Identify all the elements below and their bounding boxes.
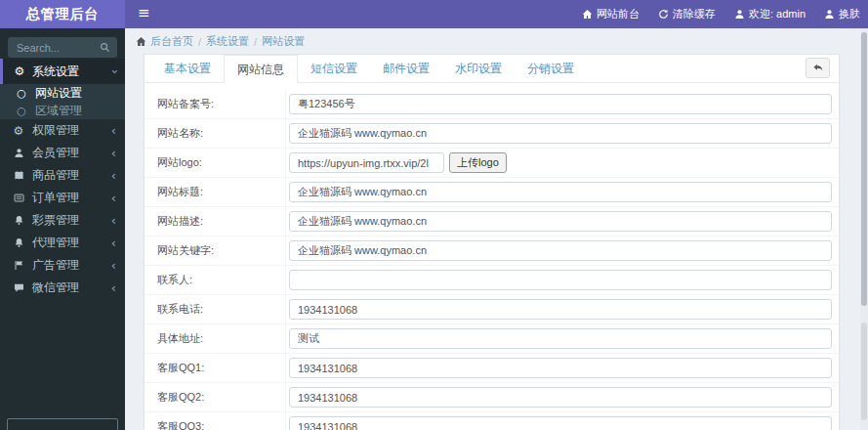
field-label: 客服QQ1: xyxy=(145,354,286,382)
chevron-left-icon: ‹ xyxy=(111,147,116,159)
site-title-input[interactable] xyxy=(289,182,832,202)
user-icon xyxy=(824,9,835,20)
sidebar-item-orders[interactable]: 订单管理 ‹ xyxy=(0,187,125,209)
sidebar-item-agents[interactable]: 代理管理 ‹ xyxy=(0,232,125,254)
settings-tabs: 基本设置 网站信息 短信设置 邮件设置 水印设置 分销设置 xyxy=(145,55,839,83)
field-label: 网站关键字: xyxy=(145,236,286,265)
form-row: 网站关键字: xyxy=(145,236,839,266)
tab-distribution-settings[interactable]: 分销设置 xyxy=(515,55,587,82)
chevron-left-icon: ‹ xyxy=(111,236,116,249)
site-frontend-link[interactable]: 网站前台 xyxy=(582,7,640,22)
bell-icon xyxy=(12,215,25,226)
breadcrumb-home-link[interactable]: 后台首页 xyxy=(136,34,193,49)
welcome-admin[interactable]: 欢迎: admin xyxy=(734,7,806,22)
nav-item-label: 网站前台 xyxy=(597,7,640,22)
site-description-input[interactable] xyxy=(289,211,832,232)
chevron-left-icon: ‹ xyxy=(111,259,116,272)
search-icon[interactable] xyxy=(100,42,110,53)
qq2-input[interactable] xyxy=(289,387,832,408)
form-row: 网站备案号: xyxy=(145,90,839,119)
settings-panel: 基本设置 网站信息 短信设置 邮件设置 水印设置 分销设置 网站备案号: 网站名… xyxy=(144,54,840,430)
sidebar-item-label: 彩票管理 xyxy=(32,212,79,229)
home-icon xyxy=(136,36,146,47)
bell-icon xyxy=(12,237,25,248)
qq1-input[interactable] xyxy=(289,358,832,378)
tab-watermark-settings[interactable]: 水印设置 xyxy=(442,55,515,82)
breadcrumb-item: 后台首页 xyxy=(150,34,193,49)
back-button[interactable] xyxy=(806,58,830,78)
tab-email-settings[interactable]: 邮件设置 xyxy=(370,55,442,82)
sidebar-item-label: 权限管理 xyxy=(32,122,79,139)
sidebar-item-system-settings[interactable]: ⚙ 系统设置 ‹ xyxy=(0,59,125,84)
sidebar-item-label: 网站设置 xyxy=(35,85,82,102)
sidebar-item-label: 订单管理 xyxy=(32,190,79,206)
tab-basic-settings[interactable]: 基本设置 xyxy=(151,55,224,82)
list-icon xyxy=(12,193,25,203)
address-input[interactable] xyxy=(289,328,832,349)
breadcrumb-item-website-settings[interactable]: 网站设置 xyxy=(262,34,305,49)
form-row: 客服QQ1: xyxy=(145,354,839,383)
admin-app: 总管理后台 ≡ 网站前台 清除缓存 欢迎: admin 换肤 xyxy=(0,0,868,430)
site-logo-input[interactable] xyxy=(289,152,444,173)
sidebar-menu: ⚙ 系统设置 ‹ ○ 网站设置 ○ 区域管理 ⚙ 权限管理 ‹ xyxy=(0,59,125,299)
field-label: 网站描述: xyxy=(145,207,286,236)
sidebar-item-label: 商品管理 xyxy=(32,167,79,184)
app-logo[interactable]: 总管理后台 xyxy=(0,0,125,28)
field-label: 网站logo: xyxy=(145,149,286,177)
tab-website-info[interactable]: 网站信息 xyxy=(224,55,298,83)
sidebar-item-label: 代理管理 xyxy=(32,235,79,251)
sidebar-item-members[interactable]: 会员管理 ‹ xyxy=(0,142,125,164)
sidebar-item-ads[interactable]: 广告管理 ‹ xyxy=(0,254,125,277)
clear-cache-link[interactable]: 清除缓存 xyxy=(658,7,716,22)
sidebar-item-label: 会员管理 xyxy=(32,145,79,161)
breadcrumb-item-system-settings[interactable]: 系统设置 xyxy=(206,34,249,49)
sidebar-footer-box xyxy=(7,418,118,430)
flag-icon xyxy=(12,260,25,271)
icp-number-input[interactable] xyxy=(289,94,832,114)
form-row: 联系人: xyxy=(145,266,839,295)
undo-arrow-icon xyxy=(812,60,824,77)
header-nav-right: 网站前台 清除缓存 欢迎: admin 换肤 xyxy=(582,0,860,28)
contact-phone-input[interactable] xyxy=(289,299,832,320)
breadcrumb-separator: / xyxy=(198,36,201,48)
field-label: 联系电话: xyxy=(145,295,286,323)
user-icon xyxy=(734,9,745,20)
form-row: 网站名称: xyxy=(145,119,839,149)
upload-logo-button[interactable]: 上传logo xyxy=(449,152,507,173)
site-name-input[interactable] xyxy=(289,123,832,144)
sidebar-toggle-icon[interactable]: ≡ xyxy=(129,0,159,28)
sidebar: ⚙ 系统设置 ‹ ○ 网站设置 ○ 区域管理 ⚙ 权限管理 ‹ xyxy=(0,28,125,430)
top-navbar: ≡ 网站前台 清除缓存 欢迎: admin 换肤 xyxy=(125,0,868,28)
search-input[interactable] xyxy=(15,41,100,55)
home-icon xyxy=(582,9,593,20)
form-row: 网站描述: xyxy=(145,207,839,236)
field-label: 具体地址: xyxy=(145,324,286,353)
vertical-scrollbar[interactable] xyxy=(860,28,868,430)
change-skin-link[interactable]: 换肤 xyxy=(824,7,860,22)
field-label: 网站名称: xyxy=(145,119,286,148)
site-keywords-input[interactable] xyxy=(289,240,832,261)
sidebar-item-website-settings[interactable]: ○ 网站设置 xyxy=(0,84,125,102)
scrollbar-thumb[interactable] xyxy=(861,32,867,306)
sidebar-item-wechat[interactable]: 微信管理 ‹ xyxy=(0,277,125,299)
qq3-input[interactable] xyxy=(289,416,832,430)
sidebar-item-lottery[interactable]: 彩票管理 ‹ xyxy=(0,209,125,232)
chevron-left-icon: ‹ xyxy=(111,281,116,294)
form-row: 网站logo: 上传logo xyxy=(145,149,839,178)
tab-sms-settings[interactable]: 短信设置 xyxy=(298,55,370,82)
main-content: 后台首页 / 系统设置 / 网站设置 基本设置 网站信息 短信设置 邮件设置 水… xyxy=(125,28,868,430)
gear-icon: ⚙ xyxy=(13,65,26,77)
sidebar-item-region-management[interactable]: ○ 区域管理 xyxy=(0,102,125,119)
sidebar-item-label: 微信管理 xyxy=(32,280,79,296)
sidebar-item-label: 系统设置 xyxy=(32,64,79,80)
form-row: 客服QQ2: xyxy=(145,383,839,412)
sidebar-item-permissions[interactable]: ⚙ 权限管理 ‹ xyxy=(0,119,125,142)
contact-person-input[interactable] xyxy=(289,270,832,290)
sidebar-item-label: 区域管理 xyxy=(35,103,82,119)
form-row: 客服QQ3: xyxy=(145,412,839,430)
field-label: 客服QQ3: xyxy=(145,412,286,430)
chevron-left-icon: ‹ xyxy=(111,214,116,227)
book-icon xyxy=(12,170,25,181)
sidebar-item-products[interactable]: 商品管理 ‹ xyxy=(0,164,125,187)
scrollbar-thumb-secondary[interactable] xyxy=(861,322,867,420)
